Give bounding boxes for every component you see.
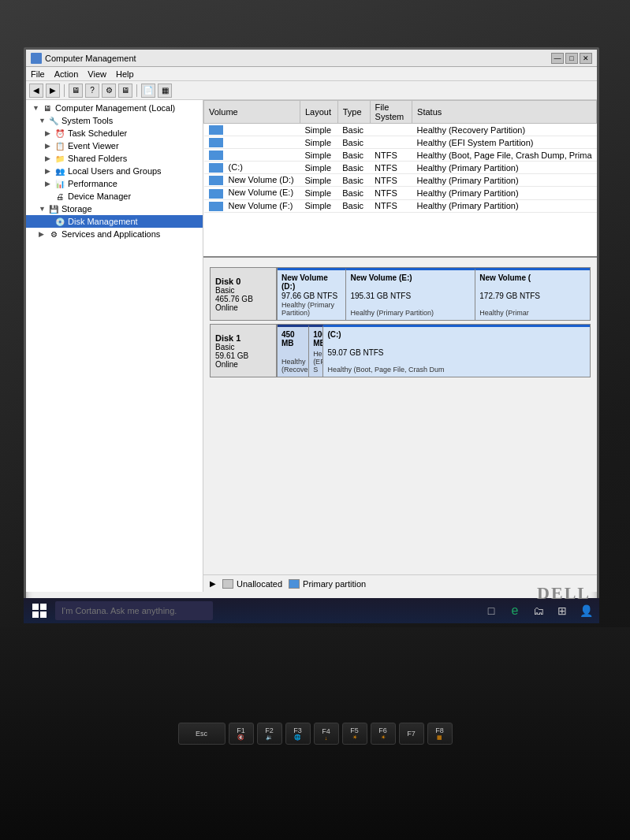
partition-status: Healthy (Recovery — [281, 358, 304, 374]
sidebar-item-performance[interactable]: ▶ 📊 Performance — [26, 177, 203, 190]
key-f4[interactable]: F4 ↓ — [314, 723, 339, 745]
sidebar-item-device-manager[interactable]: 🖨 Device Manager — [26, 190, 203, 203]
col-header-type[interactable]: Type — [337, 101, 370, 124]
cell-fs: NTFS — [370, 199, 412, 212]
forward-button[interactable]: ▶ — [46, 84, 60, 98]
sidebar-item-event-viewer[interactable]: ▶ 📋 Event Viewer — [26, 139, 203, 152]
partition-status: Healthy (Primary Partition) — [281, 301, 341, 317]
key-f3[interactable]: F3 🌐 — [285, 723, 311, 745]
col-header-volume[interactable]: Volume — [204, 101, 300, 124]
legend-expand[interactable]: ▶ — [210, 579, 216, 588]
sidebar-label-storage: Storage — [62, 204, 92, 214]
computer-icon[interactable]: 🖥 — [69, 84, 83, 98]
partition-block-1-1[interactable]: 100 MB Healthy (EFI S — [309, 325, 323, 377]
key-f2[interactable]: F2 🔉 — [257, 723, 282, 745]
sidebar-item-disk-management[interactable]: 💿 Disk Management — [26, 215, 203, 228]
file-explorer-icon[interactable]: 🗂 — [530, 602, 547, 619]
partition-size: 195.31 GB NTFS — [350, 292, 471, 300]
table-row[interactable]: Simple Basic Healthy (EFI System Partiti… — [204, 136, 597, 149]
partition-block-0-1[interactable]: New Volume (E:) 195.31 GB NTFS Healthy (… — [346, 268, 475, 320]
table-row[interactable]: Simple Basic Healthy (Recovery Partition… — [204, 124, 597, 136]
cell-status: Healthy (Primary Partition) — [412, 199, 597, 212]
cell-fs — [370, 136, 412, 149]
sidebar-item-storage[interactable]: ▼ 💾 Storage — [26, 203, 203, 215]
disk-mgmt-icon: 💿 — [54, 216, 65, 227]
system-tools-icon: 🔧 — [48, 115, 59, 126]
cell-volume: New Volume (D:) — [204, 174, 300, 187]
maximize-button[interactable]: □ — [565, 53, 578, 64]
table-row[interactable]: New Volume (E:) Simple Basic NTFS Health… — [204, 187, 597, 199]
task-view-button[interactable]: □ — [483, 602, 500, 619]
legend-unallocated-label: Unallocated — [237, 579, 282, 589]
sidebar-item-system-tools[interactable]: ▼ 🔧 System Tools — [26, 114, 203, 127]
cell-status: Healthy (Recovery Partition) — [412, 124, 597, 136]
store-icon[interactable]: ⊞ — [554, 602, 571, 619]
shared-folders-icon: 📁 — [54, 153, 65, 164]
cortana-search[interactable] — [55, 601, 213, 620]
cell-layout: Simple — [300, 174, 338, 187]
svg-rect-2 — [32, 611, 39, 618]
key-f7-label: F7 — [407, 730, 416, 738]
settings-icon[interactable]: ⚙ — [102, 84, 116, 98]
back-button[interactable]: ◀ — [29, 84, 43, 98]
cell-type: Basic — [337, 174, 370, 187]
key-f7[interactable]: F7 — [399, 723, 424, 745]
disk-map-area[interactable]: Disk 0 Basic 465.76 GB Online New Volume… — [203, 258, 597, 574]
legend-primary: Primary partition — [289, 579, 366, 589]
cell-volume — [204, 124, 300, 136]
sidebar-item-root[interactable]: ▼ 🖥 Computer Management (Local) — [26, 102, 203, 114]
table-row[interactable]: Simple Basic NTFS Healthy (Boot, Page Fi… — [204, 149, 597, 162]
dell-logo: DELL — [537, 583, 591, 604]
key-esc[interactable]: Esc — [178, 723, 226, 745]
sidebar-item-shared-folders[interactable]: ▶ 📁 Shared Folders — [26, 152, 203, 165]
partition-block-0-2[interactable]: New Volume ( 172.79 GB NTFS Healthy (Pri… — [475, 268, 590, 320]
col-header-fs[interactable]: File System — [370, 101, 412, 124]
window-controls[interactable]: — □ ✕ — [551, 53, 592, 64]
key-f5-label: F5 — [350, 727, 359, 734]
volume-table: Volume Layout Type File System Status Si… — [203, 100, 597, 213]
user-icon[interactable]: 👤 — [577, 602, 595, 619]
start-button[interactable] — [28, 600, 50, 622]
performance-icon: 📊 — [54, 178, 65, 189]
menu-view[interactable]: View — [88, 69, 106, 79]
table-row[interactable]: New Volume (F:) Simple Basic NTFS Health… — [204, 199, 597, 212]
disk-table-area[interactable]: Volume Layout Type File System Status Si… — [203, 100, 597, 258]
table-row[interactable]: New Volume (D:) Simple Basic NTFS Health… — [204, 174, 597, 187]
cell-type: Basic — [337, 149, 370, 162]
toolbar: ◀ ▶ 🖥 ? ⚙ 🖥 📄 ▦ — [26, 81, 597, 100]
expand-ts: ▶ — [45, 129, 53, 137]
key-f5[interactable]: F5 ☀ — [342, 723, 367, 745]
partition-name: New Volume (D:) — [281, 273, 341, 291]
computer2-icon[interactable]: 🖥 — [118, 84, 132, 98]
sidebar-label-shared: Shared Folders — [68, 154, 127, 163]
key-f6[interactable]: F6 ☀ — [371, 723, 396, 745]
menu-action[interactable]: Action — [54, 69, 79, 79]
key-f8[interactable]: F8 ▦ — [427, 723, 453, 745]
partition-status: Healthy (EFI S — [313, 350, 319, 374]
menu-file[interactable]: File — [31, 69, 45, 79]
partition-block-1-2[interactable]: (C:) 59.07 GB NTFS Healthy (Boot, Page F… — [323, 325, 590, 377]
col-header-status[interactable]: Status — [412, 101, 597, 124]
grid-icon[interactable]: ▦ — [158, 84, 172, 98]
partition-status: Healthy (Boot, Page File, Crash Dum — [327, 366, 586, 374]
partition-size: 172.79 GB NTFS — [479, 292, 586, 300]
sidebar-item-local-users[interactable]: ▶ 👥 Local Users and Groups — [26, 165, 203, 177]
expand-icon-st: ▼ — [39, 117, 47, 125]
minimize-button[interactable]: — — [551, 53, 564, 64]
help-icon[interactable]: ? — [85, 84, 99, 98]
partition-block-0-0[interactable]: New Volume (D:) 97.66 GB NTFS Healthy (P… — [278, 268, 346, 320]
expand-disk-mgmt — [45, 217, 53, 225]
edge-browser-icon[interactable]: e — [506, 602, 524, 619]
key-f1[interactable]: F1 🔇 — [229, 723, 254, 745]
cell-status: Healthy (Boot, Page File, Crash Dump, Pr… — [412, 149, 597, 162]
menu-help[interactable]: Help — [116, 69, 134, 79]
sidebar-item-task-scheduler[interactable]: ▶ ⏰ Task Scheduler — [26, 127, 203, 139]
close-button[interactable]: ✕ — [580, 53, 592, 64]
export-icon[interactable]: 📄 — [141, 84, 155, 98]
partition-name: New Volume ( — [479, 273, 586, 282]
table-row[interactable]: (C:) Simple Basic NTFS Healthy (Primary … — [204, 162, 597, 174]
partition-block-1-0[interactable]: 450 MB Healthy (Recovery — [278, 325, 309, 377]
col-header-layout[interactable]: Layout — [300, 101, 338, 124]
sidebar-item-services[interactable]: ▶ ⚙ Services and Applications — [26, 228, 203, 240]
keyboard-area: Esc F1 🔇 F2 🔉 F3 🌐 F4 ↓ F5 ☀ F6 ☀ F7 — [0, 627, 630, 840]
